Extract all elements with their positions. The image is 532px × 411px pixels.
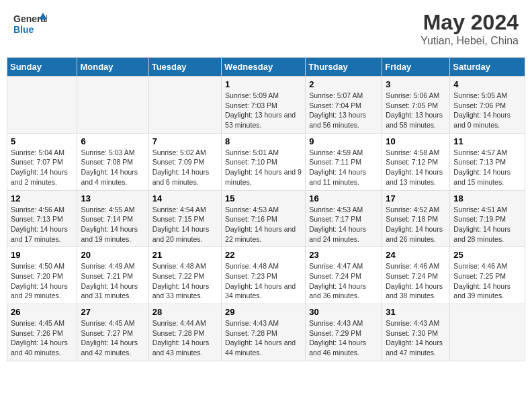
calendar-week-row: 5Sunrise: 5:04 AM Sunset: 7:07 PM Daylig… xyxy=(7,133,525,190)
logo: General Blue xyxy=(13,10,47,38)
calendar-cell: 13Sunrise: 4:55 AM Sunset: 7:14 PM Dayli… xyxy=(77,190,148,247)
calendar-cell xyxy=(77,77,148,134)
calendar-cell: 28Sunrise: 4:44 AM Sunset: 7:28 PM Dayli… xyxy=(148,304,221,361)
weekday-header-saturday: Saturday xyxy=(450,58,525,77)
calendar-cell: 18Sunrise: 4:51 AM Sunset: 7:19 PM Dayli… xyxy=(450,190,525,247)
calendar-cell: 15Sunrise: 4:53 AM Sunset: 7:16 PM Dayli… xyxy=(222,190,306,247)
calendar-table: SundayMondayTuesdayWednesdayThursdayFrid… xyxy=(7,57,525,361)
day-number: 8 xyxy=(225,136,302,146)
calendar-cell: 17Sunrise: 4:52 AM Sunset: 7:18 PM Dayli… xyxy=(382,190,450,247)
month-year-title: May 2024 xyxy=(420,10,519,35)
day-number: 15 xyxy=(225,193,302,203)
day-number: 18 xyxy=(453,193,521,203)
title-block: May 2024 Yutian, Hebei, China xyxy=(420,10,519,47)
calendar-cell: 6Sunrise: 5:03 AM Sunset: 7:08 PM Daylig… xyxy=(77,133,148,190)
day-number: 30 xyxy=(309,307,378,317)
day-number: 13 xyxy=(81,193,144,203)
calendar-cell: 24Sunrise: 4:46 AM Sunset: 7:24 PM Dayli… xyxy=(382,247,450,304)
day-number: 28 xyxy=(152,307,218,317)
day-info: Sunrise: 4:45 AM Sunset: 7:26 PM Dayligh… xyxy=(11,318,73,358)
calendar-week-row: 12Sunrise: 4:56 AM Sunset: 7:13 PM Dayli… xyxy=(7,190,525,247)
day-number: 3 xyxy=(386,79,446,89)
svg-text:Blue: Blue xyxy=(13,24,34,35)
calendar-cell: 12Sunrise: 4:56 AM Sunset: 7:13 PM Dayli… xyxy=(7,190,77,247)
day-info: Sunrise: 4:45 AM Sunset: 7:27 PM Dayligh… xyxy=(81,318,144,358)
calendar-cell: 4Sunrise: 5:05 AM Sunset: 7:06 PM Daylig… xyxy=(450,77,525,134)
weekday-header-wednesday: Wednesday xyxy=(222,58,306,77)
calendar-week-row: 1Sunrise: 5:09 AM Sunset: 7:03 PM Daylig… xyxy=(7,77,525,134)
calendar-cell: 27Sunrise: 4:45 AM Sunset: 7:27 PM Dayli… xyxy=(77,304,148,361)
day-info: Sunrise: 5:04 AM Sunset: 7:07 PM Dayligh… xyxy=(11,148,73,187)
calendar-cell: 31Sunrise: 4:43 AM Sunset: 7:30 PM Dayli… xyxy=(382,304,450,361)
day-number: 16 xyxy=(309,193,378,203)
calendar-cell: 9Sunrise: 4:59 AM Sunset: 7:11 PM Daylig… xyxy=(306,133,382,190)
day-info: Sunrise: 4:51 AM Sunset: 7:19 PM Dayligh… xyxy=(453,205,521,244)
day-number: 19 xyxy=(11,250,73,260)
calendar-cell: 20Sunrise: 4:49 AM Sunset: 7:21 PM Dayli… xyxy=(77,247,148,304)
day-info: Sunrise: 4:53 AM Sunset: 7:16 PM Dayligh… xyxy=(225,205,302,244)
day-number: 4 xyxy=(453,79,521,89)
weekday-header-friday: Friday xyxy=(382,58,450,77)
day-info: Sunrise: 4:52 AM Sunset: 7:18 PM Dayligh… xyxy=(386,205,446,244)
day-info: Sunrise: 4:59 AM Sunset: 7:11 PM Dayligh… xyxy=(309,148,378,187)
day-info: Sunrise: 4:54 AM Sunset: 7:15 PM Dayligh… xyxy=(152,205,218,244)
day-number: 23 xyxy=(309,250,378,260)
calendar-cell xyxy=(7,77,77,134)
day-info: Sunrise: 4:57 AM Sunset: 7:13 PM Dayligh… xyxy=(453,148,521,187)
day-number: 5 xyxy=(11,136,73,146)
calendar-cell: 23Sunrise: 4:47 AM Sunset: 7:24 PM Dayli… xyxy=(306,247,382,304)
day-info: Sunrise: 4:43 AM Sunset: 7:28 PM Dayligh… xyxy=(225,318,302,358)
calendar-cell: 3Sunrise: 5:06 AM Sunset: 7:05 PM Daylig… xyxy=(382,77,450,134)
day-info: Sunrise: 4:46 AM Sunset: 7:24 PM Dayligh… xyxy=(386,261,446,301)
calendar-cell: 19Sunrise: 4:50 AM Sunset: 7:20 PM Dayli… xyxy=(7,247,77,304)
calendar-week-row: 19Sunrise: 4:50 AM Sunset: 7:20 PM Dayli… xyxy=(7,247,525,304)
day-number: 26 xyxy=(11,307,73,317)
day-number: 27 xyxy=(81,307,144,317)
day-number: 22 xyxy=(225,250,302,260)
calendar-cell: 7Sunrise: 5:02 AM Sunset: 7:09 PM Daylig… xyxy=(148,133,221,190)
day-info: Sunrise: 4:56 AM Sunset: 7:13 PM Dayligh… xyxy=(11,205,73,244)
day-number: 11 xyxy=(453,136,521,146)
day-info: Sunrise: 4:55 AM Sunset: 7:14 PM Dayligh… xyxy=(81,205,144,244)
day-info: Sunrise: 5:06 AM Sunset: 7:05 PM Dayligh… xyxy=(386,91,446,130)
day-number: 25 xyxy=(453,250,521,260)
day-number: 7 xyxy=(152,136,218,146)
calendar-cell: 5Sunrise: 5:04 AM Sunset: 7:07 PM Daylig… xyxy=(7,133,77,190)
day-number: 14 xyxy=(152,193,218,203)
day-info: Sunrise: 4:44 AM Sunset: 7:28 PM Dayligh… xyxy=(152,318,218,358)
calendar-week-row: 26Sunrise: 4:45 AM Sunset: 7:26 PM Dayli… xyxy=(7,304,525,361)
day-info: Sunrise: 4:46 AM Sunset: 7:25 PM Dayligh… xyxy=(453,261,521,301)
calendar-cell: 16Sunrise: 4:53 AM Sunset: 7:17 PM Dayli… xyxy=(306,190,382,247)
day-number: 31 xyxy=(386,307,446,317)
day-number: 21 xyxy=(152,250,218,260)
day-number: 9 xyxy=(309,136,378,146)
day-info: Sunrise: 4:48 AM Sunset: 7:23 PM Dayligh… xyxy=(225,261,302,301)
day-info: Sunrise: 4:43 AM Sunset: 7:30 PM Dayligh… xyxy=(386,318,446,358)
calendar-cell: 25Sunrise: 4:46 AM Sunset: 7:25 PM Dayli… xyxy=(450,247,525,304)
calendar-cell: 26Sunrise: 4:45 AM Sunset: 7:26 PM Dayli… xyxy=(7,304,77,361)
calendar-cell: 29Sunrise: 4:43 AM Sunset: 7:28 PM Dayli… xyxy=(222,304,306,361)
day-info: Sunrise: 4:50 AM Sunset: 7:20 PM Dayligh… xyxy=(11,261,73,301)
day-number: 29 xyxy=(225,307,302,317)
day-number: 2 xyxy=(309,79,378,89)
day-info: Sunrise: 5:02 AM Sunset: 7:09 PM Dayligh… xyxy=(152,148,218,187)
day-info: Sunrise: 4:47 AM Sunset: 7:24 PM Dayligh… xyxy=(309,261,378,301)
calendar-cell: 14Sunrise: 4:54 AM Sunset: 7:15 PM Dayli… xyxy=(148,190,221,247)
day-number: 12 xyxy=(11,193,73,203)
calendar-cell: 11Sunrise: 4:57 AM Sunset: 7:13 PM Dayli… xyxy=(450,133,525,190)
day-number: 1 xyxy=(225,79,302,89)
calendar-cell: 21Sunrise: 4:48 AM Sunset: 7:22 PM Dayli… xyxy=(148,247,221,304)
weekday-header-row: SundayMondayTuesdayWednesdayThursdayFrid… xyxy=(7,58,525,77)
day-info: Sunrise: 4:49 AM Sunset: 7:21 PM Dayligh… xyxy=(81,261,144,301)
calendar-cell: 1Sunrise: 5:09 AM Sunset: 7:03 PM Daylig… xyxy=(222,77,306,134)
calendar-cell: 22Sunrise: 4:48 AM Sunset: 7:23 PM Dayli… xyxy=(222,247,306,304)
page-header: General Blue May 2024 Yutian, Hebei, Chi… xyxy=(7,7,525,50)
logo-svg: General Blue xyxy=(13,10,47,38)
calendar-cell: 10Sunrise: 4:58 AM Sunset: 7:12 PM Dayli… xyxy=(382,133,450,190)
calendar-cell: 30Sunrise: 4:43 AM Sunset: 7:29 PM Dayli… xyxy=(306,304,382,361)
day-info: Sunrise: 4:48 AM Sunset: 7:22 PM Dayligh… xyxy=(152,261,218,301)
day-info: Sunrise: 5:07 AM Sunset: 7:04 PM Dayligh… xyxy=(309,91,378,130)
day-info: Sunrise: 4:58 AM Sunset: 7:12 PM Dayligh… xyxy=(386,148,446,187)
day-number: 6 xyxy=(81,136,144,146)
day-number: 24 xyxy=(386,250,446,260)
